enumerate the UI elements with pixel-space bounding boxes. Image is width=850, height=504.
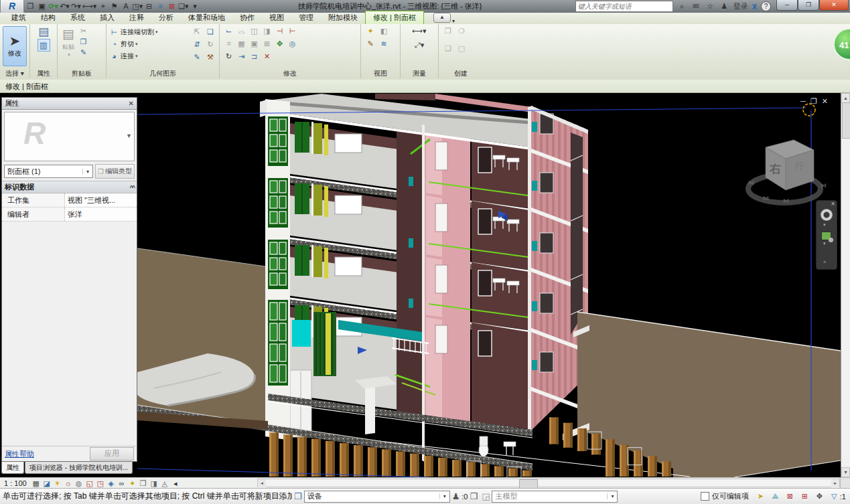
scroll-up-icon[interactable]: ▲ (841, 93, 850, 103)
tab-9[interactable]: 管理 (291, 11, 321, 24)
type-selector-combo[interactable]: 剖面框 (1)▾ (4, 165, 93, 178)
worksharing-display-icon[interactable]: ❒ (139, 479, 148, 488)
editing-requests-icon[interactable]: ♟ (452, 491, 460, 501)
select-underlay-toggle-icon[interactable]: ⟁ (770, 491, 780, 501)
join-geometry-button[interactable]: ◕连接▾ (109, 50, 138, 62)
select-by-face-toggle-icon[interactable]: ⊞ (800, 491, 810, 501)
properties-palette-icon[interactable]: ▤ (38, 26, 50, 37)
tab-8[interactable]: 视图 (262, 11, 291, 24)
tab-3[interactable]: 插入 (92, 11, 122, 24)
workset-combo[interactable]: 设备▾ (304, 491, 450, 503)
split-with-gap-icon[interactable]: ⊢ (286, 26, 299, 36)
ribbon-minimize-toggle[interactable]: ▲ (433, 13, 451, 23)
detail-level-icon[interactable]: ▦ (31, 479, 41, 488)
default-3d-view-icon[interactable]: ◳▾ (132, 1, 143, 11)
drag-on-selection-icon[interactable]: ✥ (814, 491, 825, 501)
search-icon[interactable]: ⌕ (677, 1, 687, 11)
measure-icon[interactable]: ⟷▾ (82, 1, 96, 11)
maximize-button[interactable]: ❐ (798, 0, 819, 11)
mirror-pick-axis-icon[interactable]: ◫ (248, 26, 261, 36)
edit-type-button[interactable]: ❒ 编辑类型 (95, 164, 135, 179)
modify-button[interactable]: ➤ 修改 (3, 26, 27, 66)
split-element-icon[interactable]: ⊣ (273, 26, 286, 36)
contextual-tab[interactable]: 修改 | 剖面框 (365, 11, 424, 24)
move-icon[interactable]: ✥ (273, 39, 286, 49)
view-panel-label[interactable]: 视图 (361, 69, 400, 78)
properties-help-link[interactable]: 属性帮助 (5, 449, 34, 459)
tab-6[interactable]: 体量和场地 (181, 11, 232, 24)
aligned-dimension-icon[interactable]: ⌖ (98, 1, 108, 11)
rendering-dialog-icon[interactable]: ◍ (74, 479, 84, 488)
design-options-icon[interactable]: ❒ (470, 491, 478, 501)
collapse-chevron-icon[interactable]: ^^ (129, 184, 134, 191)
legend-component-icon[interactable]: ❒ (441, 26, 455, 36)
create-group-icon[interactable]: ▢ (455, 44, 468, 54)
zoom-icon[interactable] (821, 232, 831, 240)
exchange-icon[interactable]: X (752, 3, 757, 11)
tab-10[interactable]: 附加模块 (321, 11, 365, 24)
favorites-icon[interactable]: ☆ (705, 1, 715, 11)
steering-wheel-icon[interactable] (821, 209, 833, 221)
identity-data-header[interactable]: 标识数据 ^^ (2, 181, 137, 193)
reveal-hidden-elements-icon[interactable]: ✦ (128, 479, 137, 488)
property-row[interactable]: 工作集视图 "三维视... (2, 193, 137, 207)
close-button[interactable]: ✕ (819, 0, 849, 11)
override-graphics-icon[interactable]: ≋ (377, 39, 391, 49)
crop-view-icon[interactable]: ◱ (85, 479, 94, 488)
cut-icon[interactable]: ✂ (78, 26, 88, 36)
select-panel-label[interactable]: 选择 ▾ (0, 69, 29, 78)
measure-panel-label[interactable]: 测量 (401, 69, 438, 78)
switch-windows-icon[interactable]: ❏▾ (178, 1, 188, 11)
tab-4[interactable]: 注释 (122, 11, 151, 24)
offset-icon[interactable]: ⌓ (235, 26, 248, 36)
view-scale[interactable]: 1 : 100 (4, 479, 27, 487)
analytical-model-icon[interactable]: ◬ (160, 479, 169, 488)
trim-extend-icon[interactable]: ⇥ (235, 52, 248, 62)
scroll-left-icon[interactable]: ◂ (258, 479, 266, 487)
unjoin-icon[interactable]: ↻ (204, 39, 217, 50)
array-cancel-icon[interactable]: ⌗ (222, 39, 235, 49)
create-panel-label[interactable]: 创建 (439, 69, 483, 78)
tab-1[interactable]: 结构 (33, 11, 63, 24)
redo-icon[interactable]: ↷▾ (71, 1, 81, 11)
paste-icon[interactable]: ▤ (60, 26, 76, 42)
sync-with-central-icon[interactable]: ⟳▾ (48, 1, 58, 11)
shadows-icon[interactable]: ☼ (64, 479, 73, 488)
add-to-option-set-icon[interactable]: ◲ (482, 491, 490, 501)
sun-path-icon[interactable]: ☀ (53, 479, 62, 488)
displace-elements-icon[interactable]: ◧ (377, 26, 391, 36)
help-icon[interactable]: ? (761, 1, 771, 11)
scale-icon[interactable]: ▣ (248, 39, 261, 49)
signin-person-icon[interactable]: ♟ (719, 1, 729, 11)
tab-properties[interactable]: 属性 (1, 462, 24, 474)
communication-center-icon[interactable]: ✉ (691, 1, 701, 11)
vertical-scrollbar[interactable]: ▲ ▼ (841, 93, 850, 477)
tab-project-browser[interactable]: 项目浏览器 - 技师学院机电培训... (25, 462, 133, 474)
trim-corner-icon[interactable]: ⊐ (248, 52, 261, 62)
scroll-down-icon[interactable]: ▼ (841, 467, 850, 477)
navbar-menu-icon[interactable]: ≡ (823, 260, 826, 264)
select-pinned-toggle-icon[interactable]: ⊠ (785, 491, 795, 501)
type-properties-icon[interactable]: ▥ (38, 39, 50, 52)
cut-geometry-button[interactable]: ◔剪切▾ (109, 38, 138, 50)
worksets-icon[interactable]: ❒ (294, 491, 302, 501)
delete-icon[interactable]: ✕ (261, 52, 273, 62)
viewcube[interactable]: ⋈⋈⋈⋈右行 (743, 130, 829, 210)
linework-icon[interactable]: ✎ (364, 39, 377, 49)
search-input[interactable] (575, 1, 673, 12)
paint-icon[interactable]: ✎ (190, 52, 204, 62)
undo-icon[interactable]: ↶▾ (60, 1, 70, 11)
properties-title-bar[interactable]: 属性 ✕ (2, 98, 137, 110)
temporary-view-properties-icon[interactable]: ◨ (149, 479, 159, 488)
pin-icon[interactable]: ⊞ (261, 39, 273, 49)
minimize-button[interactable]: ─ (776, 0, 798, 11)
measure-along-element-icon[interactable]: ⤢▾ (415, 40, 425, 50)
create-parts-icon[interactable]: ❍ (455, 26, 468, 36)
hide-in-view-icon[interactable]: ✦ (364, 26, 377, 36)
vscroll-thumb[interactable] (842, 102, 850, 139)
wheel-arrow-icon[interactable]: ▾ (823, 222, 826, 228)
tag-by-category-icon[interactable]: ⚑ (109, 1, 119, 11)
text-icon[interactable]: A (121, 1, 131, 11)
unlocked-view-icon[interactable]: ◈ (107, 479, 116, 488)
rotate-icon[interactable]: ↻ (222, 52, 235, 62)
